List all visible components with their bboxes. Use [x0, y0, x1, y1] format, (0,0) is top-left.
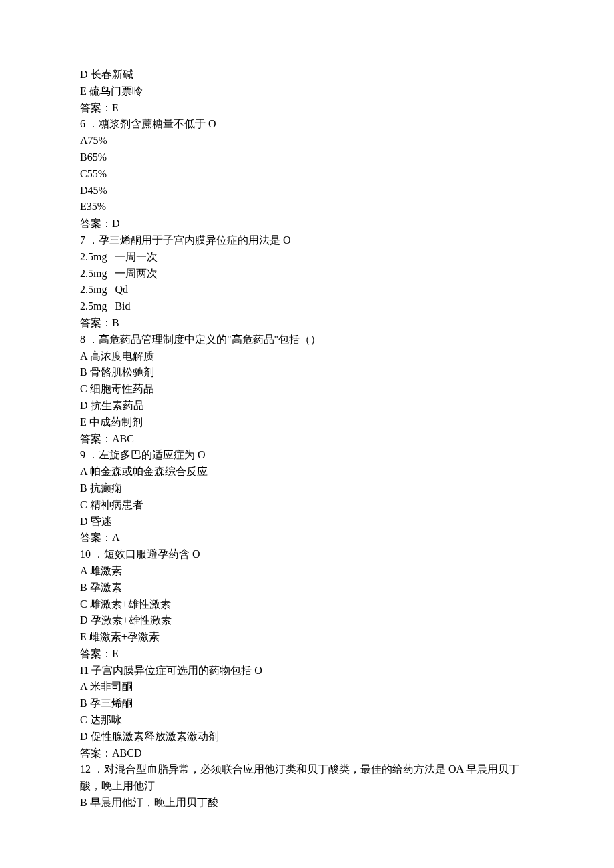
text-line: I1 子宫内膜异位症可选用的药物包括 O	[80, 663, 534, 679]
text-line: D 抗生素药品	[80, 398, 534, 414]
text-line: 2.5mg Bid	[80, 298, 534, 315]
text-line: 8 ．高危药品管理制度中定义的"高危药品"包括（）	[80, 332, 534, 348]
text-line: A 高浓度电解质	[80, 348, 534, 365]
text-line: 答案：ABC	[80, 431, 534, 448]
text-line: C55%	[80, 166, 534, 183]
text-line: 答案：B	[80, 315, 534, 332]
text-line: 答案：E	[80, 646, 534, 663]
text-line: D 促性腺激素释放激素激动剂	[80, 729, 534, 745]
text-line: A 米非司酮	[80, 679, 534, 695]
text-line: A 雌激素	[80, 563, 534, 580]
text-line: D 昏迷	[80, 514, 534, 530]
text-line: C 细胞毒性药品	[80, 381, 534, 398]
text-line: C 精神病患者	[80, 497, 534, 514]
text-line: 答案：ABCD	[80, 745, 534, 762]
text-line: 6 ．糖浆剂含蔗糖量不低于 O	[80, 116, 534, 133]
text-line: 10 ．短效口服避孕药含 O	[80, 546, 534, 563]
text-line: C 达那咏	[80, 712, 534, 729]
document-body: D 长春新碱E 硫鸟门票呤答案：E6 ．糖浆剂含蔗糖量不低于 OA75%B65%…	[80, 67, 534, 811]
text-line: E 雌激素+孕激素	[80, 629, 534, 646]
text-line: B65%	[80, 149, 534, 166]
text-line: 12 ．对混合型血脂异常，必须联合应用他汀类和贝丁酸类，最佳的给药方法是 OA …	[80, 761, 534, 795]
text-line: 2.5mg 一周两次	[80, 266, 534, 282]
text-line: E 中成药制剂	[80, 414, 534, 431]
text-line: 答案：A	[80, 530, 534, 546]
text-line: B 孕激素	[80, 580, 534, 596]
text-line: A75%	[80, 133, 534, 149]
text-line: 答案：D	[80, 215, 534, 232]
text-line: C 雌激素+雄性激素	[80, 596, 534, 613]
text-line: 2.5mg Qd	[80, 282, 534, 298]
text-line: B 早晨用他汀，晚上用贝丁酸	[80, 795, 534, 811]
text-line: 答案：E	[80, 100, 534, 117]
text-line: E35%	[80, 199, 534, 215]
text-line: B 孕三烯酮	[80, 695, 534, 712]
text-line: B 骨骼肌松驰剂	[80, 364, 534, 381]
text-line: E 硫鸟门票呤	[80, 83, 534, 100]
text-line: B 抗癫痫	[80, 480, 534, 497]
text-line: D 长春新碱	[80, 67, 534, 83]
text-line: 2.5mg 一周一次	[80, 249, 534, 266]
text-line: D 孕激素+雄性激素	[80, 612, 534, 629]
text-line: 9 ．左旋多巴的适应症为 O	[80, 447, 534, 464]
text-line: 7 ．孕三烯酮用于子宫内膜异位症的用法是 O	[80, 232, 534, 249]
text-line: A 帕金森或帕金森综合反应	[80, 464, 534, 480]
text-line: D45%	[80, 183, 534, 199]
